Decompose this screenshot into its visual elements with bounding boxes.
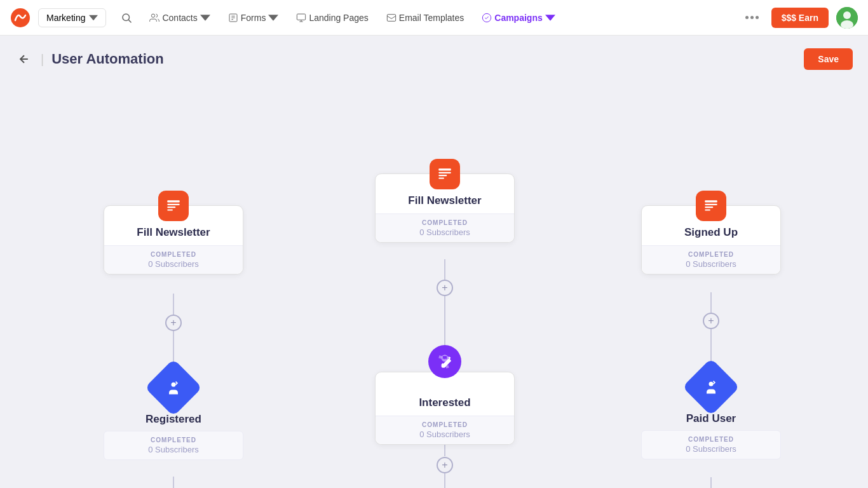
save-button[interactable]: Save (804, 48, 853, 70)
divider: | (41, 52, 44, 67)
interested-title: Interested (376, 390, 514, 416)
svg-rect-39 (167, 209, 173, 210)
interested-node[interactable]: Interested COMPLETED 0 Subscribers (375, 345, 515, 445)
app-logo[interactable] (10, 8, 31, 28)
registered-node[interactable]: Registered COMPLETED 0 Subscribers (104, 367, 243, 460)
navbar: Marketing Contacts Forms Landing Pages E… (0, 0, 868, 36)
fill-newsletter-center-status: COMPLETED (383, 219, 506, 226)
plus-after-fill-center[interactable]: + (437, 280, 453, 296)
plus-after-signed-up[interactable]: + (703, 313, 719, 329)
svg-point-3 (152, 14, 155, 17)
signed-up-status: COMPLETED (649, 251, 773, 258)
fill-newsletter-left-footer: COMPLETED 0 Subscribers (104, 245, 243, 274)
svg-rect-45 (705, 200, 717, 202)
earn-button[interactable]: $$$ Earn (771, 8, 829, 28)
fill-newsletter-left-count: 0 Subscribers (112, 259, 235, 269)
svg-rect-36 (167, 200, 180, 202)
svg-rect-38 (167, 207, 175, 208)
marketing-dropdown-label: Marketing (46, 13, 85, 23)
registered-title: Registered (104, 413, 243, 426)
svg-rect-41 (438, 168, 451, 170)
fill-newsletter-center-count: 0 Subscribers (383, 227, 506, 237)
paid-user-footer: COMPLETED 0 Subscribers (641, 430, 781, 459)
plus-after-interested[interactable]: + (437, 457, 453, 473)
signed-up-count: 0 Subscribers (649, 259, 773, 269)
nav-right: $$$ Earn (740, 7, 858, 29)
fill-newsletter-center-icon (430, 159, 460, 189)
fill-newsletter-center-node[interactable]: Fill Newsletter COMPLETED 0 Subscribers (375, 173, 515, 243)
interested-footer: COMPLETED 0 Subscribers (376, 416, 514, 444)
more-options-button[interactable] (740, 13, 764, 22)
registered-footer: COMPLETED 0 Subscribers (104, 431, 243, 460)
contacts-label: Contacts (162, 13, 197, 23)
svg-rect-37 (167, 204, 180, 205)
search-button[interactable] (116, 8, 137, 28)
nav-item-email-templates[interactable]: Email Templates (379, 9, 471, 27)
svg-rect-8 (297, 14, 306, 20)
svg-rect-47 (705, 207, 713, 208)
svg-rect-43 (438, 175, 447, 176)
nav-item-forms[interactable]: Forms (220, 9, 287, 27)
svg-point-40 (172, 383, 176, 387)
svg-rect-46 (705, 204, 717, 205)
svg-rect-11 (387, 14, 395, 21)
registered-count: 0 Subscribers (112, 445, 235, 454)
paid-user-node[interactable]: Paid User COMPLETED 0 Subscribers (641, 367, 781, 459)
signed-up-footer: COMPLETED 0 Subscribers (642, 245, 780, 274)
email-templates-label: Email Templates (399, 13, 464, 23)
back-button[interactable] (15, 50, 33, 68)
signed-up-node[interactable]: Signed Up COMPLETED 0 Subscribers (641, 205, 781, 274)
svg-point-14 (843, 11, 851, 19)
fill-newsletter-left-icon (158, 191, 189, 221)
nav-items: Contacts Forms Landing Pages Email Templ… (142, 9, 740, 27)
paid-user-count: 0 Subscribers (649, 444, 773, 454)
interested-status: COMPLETED (383, 421, 506, 428)
nav-item-landing-pages[interactable]: Landing Pages (288, 9, 376, 27)
svg-point-1 (123, 14, 130, 21)
campaigns-label: Campaigns (494, 13, 542, 23)
plus-after-fill-left[interactable]: + (165, 315, 182, 331)
paid-user-title: Paid User (641, 412, 781, 425)
page-title: User Automation (51, 51, 163, 67)
fill-newsletter-left-node[interactable]: Fill Newsletter COMPLETED 0 Subscribers (104, 205, 243, 274)
forms-label: Forms (241, 13, 266, 23)
fill-newsletter-left-status: COMPLETED (112, 251, 235, 258)
interested-count: 0 Subscribers (383, 430, 506, 439)
marketing-dropdown[interactable]: Marketing (38, 8, 106, 27)
svg-line-2 (129, 20, 132, 22)
user-avatar[interactable] (836, 7, 858, 29)
svg-point-49 (709, 382, 714, 386)
landing-pages-label: Landing Pages (309, 13, 368, 23)
signed-up-icon (696, 191, 726, 221)
svg-rect-42 (438, 172, 451, 173)
registered-status: COMPLETED (112, 437, 235, 444)
paid-user-status: COMPLETED (649, 436, 773, 443)
nav-item-campaigns[interactable]: Campaigns (474, 9, 562, 27)
svg-rect-48 (705, 209, 710, 210)
page-header: | User Automation Save (0, 36, 868, 83)
page-header-left: | User Automation (15, 50, 164, 68)
nav-item-contacts[interactable]: Contacts (142, 9, 217, 27)
automation-canvas: Fill Newsletter COMPLETED 0 Subscribers … (0, 83, 868, 488)
svg-rect-44 (438, 177, 444, 179)
fill-newsletter-center-footer: COMPLETED 0 Subscribers (376, 214, 514, 242)
